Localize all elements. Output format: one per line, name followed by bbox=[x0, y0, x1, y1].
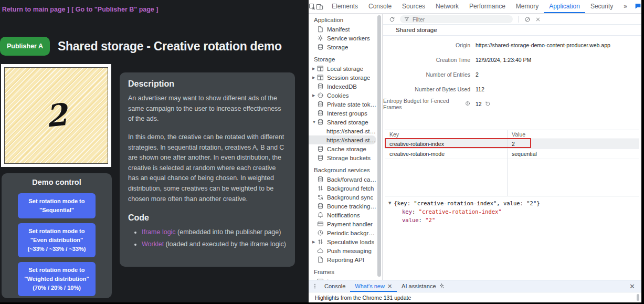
info-icon[interactable] bbox=[465, 101, 470, 107]
tab-network[interactable]: Network bbox=[430, 0, 464, 13]
metadata-value: https://shared-storage-demo-content-prod… bbox=[476, 42, 610, 48]
tab-application[interactable]: Application bbox=[544, 0, 585, 13]
drawer-tab-ai-assistance[interactable]: AI assistance bbox=[397, 280, 449, 292]
sidebar-item-speculative-loads[interactable]: ▶Speculative loads bbox=[309, 237, 376, 246]
tab-performance[interactable]: Performance bbox=[464, 0, 511, 13]
sidebar-item-background-sync[interactable]: Background sync bbox=[309, 193, 376, 202]
sidebar-item-service-workers[interactable]: Service workers bbox=[309, 34, 376, 43]
devtools-tabs: ElementsConsoleSourcesNetworkPerformance… bbox=[326, 0, 632, 13]
nav-link-go-to-publisher-b-page[interactable]: [ Go to "Publisher B" page ] bbox=[71, 6, 158, 13]
tab-sources[interactable]: Sources bbox=[397, 0, 430, 13]
ai-assistance-icon bbox=[439, 283, 445, 290]
tab-security[interactable]: Security bbox=[585, 0, 618, 13]
sidebar-section-background-services: Background services bbox=[309, 166, 376, 175]
cookie-icon bbox=[317, 92, 324, 99]
rotation-mode-button-3[interactable]: Set rotation mode to"Weighted distributi… bbox=[18, 262, 96, 296]
funnel-icon bbox=[404, 16, 409, 23]
tab-elements[interactable]: Elements bbox=[326, 0, 363, 13]
table-icon bbox=[317, 74, 324, 81]
filter-input[interactable] bbox=[411, 16, 498, 23]
cell-key: creative-rotation-mode bbox=[385, 151, 508, 157]
sidebar-item-push-messaging[interactable]: Push messaging bbox=[309, 246, 376, 255]
sidebar-item-private-state-tokens[interactable]: Private state tokens bbox=[309, 100, 376, 109]
sidebar-item-bounce-tracking-miti[interactable]: Bounce tracking miti... bbox=[309, 202, 376, 211]
cell-value: sequential bbox=[508, 151, 537, 157]
drawer-kebab-icon[interactable] bbox=[310, 283, 320, 289]
demo-control-panel: Demo control Set rotation mode to"Sequen… bbox=[2, 173, 112, 298]
tab-[interactable]: » bbox=[618, 0, 632, 13]
drawer-tab-label: Console bbox=[324, 283, 345, 289]
sidebar-item-back-forward-cache[interactable]: Back/forward cache bbox=[309, 175, 376, 184]
demo-buttons: Set rotation mode to"Sequential"Set rota… bbox=[2, 193, 112, 296]
expand-caret-icon[interactable]: ▼ bbox=[388, 201, 391, 205]
database-icon bbox=[317, 44, 324, 50]
drawer-tabs: ConsoleWhat's new✕AI assistance bbox=[320, 280, 449, 292]
document-icon bbox=[317, 256, 324, 263]
metadata-label: Number of Entries bbox=[426, 71, 470, 78]
page-header: Publisher A Shared storage - Creative ro… bbox=[0, 37, 282, 56]
drawer-tab-console[interactable]: Console bbox=[320, 280, 350, 292]
issues-icon bbox=[635, 3, 641, 11]
sidebar-item-background-fetch[interactable]: Background fetch bbox=[309, 184, 376, 193]
sidebar-item-cookies[interactable]: ▶Cookies bbox=[309, 91, 376, 100]
drawer-close-icon[interactable]: ✕ bbox=[629, 282, 635, 290]
sidebar-item-shared-storage[interactable]: ▼Shared storage bbox=[309, 118, 376, 127]
column-header-value[interactable]: Value bbox=[508, 131, 525, 138]
tab-console[interactable]: Console bbox=[363, 0, 397, 13]
sidebar-item-manifest[interactable]: Manifest bbox=[309, 25, 376, 34]
chevron-right-icon: ▶ bbox=[312, 240, 317, 244]
refresh-icon[interactable] bbox=[387, 16, 397, 23]
sidebar-item-session-storage[interactable]: ▶Session storage bbox=[309, 73, 376, 82]
sidebar-item-local-storage[interactable]: ▶Local storage bbox=[309, 64, 376, 73]
sidebar-item-https-shared-storage[interactable]: https://shared-storage... bbox=[309, 127, 376, 135]
sidebar-item-indexeddb[interactable]: IndexedDB bbox=[309, 82, 376, 91]
rotation-mode-button-2[interactable]: Set rotation mode to"Even distribution"(… bbox=[18, 223, 96, 257]
code-item-rest: (loaded and executed by the iframe logic… bbox=[164, 240, 286, 248]
device-toolbar-icon[interactable] bbox=[316, 0, 323, 13]
inspect-element-icon[interactable] bbox=[309, 0, 316, 13]
statusbar-scrollbar-thumb[interactable] bbox=[637, 294, 639, 301]
tab-memory[interactable]: Memory bbox=[511, 0, 544, 13]
database-icon bbox=[317, 203, 324, 209]
rotation-mode-button-1[interactable]: Set rotation mode to"Sequential" bbox=[18, 193, 96, 218]
drawer-tab-what-s-new[interactable]: What's new✕ bbox=[350, 280, 397, 292]
close-tab-icon[interactable]: ✕ bbox=[387, 283, 392, 290]
sidebar-item-payment-handler[interactable]: Payment handler bbox=[309, 219, 376, 228]
delete-icon[interactable] bbox=[533, 16, 543, 23]
column-divider[interactable] bbox=[508, 130, 508, 196]
key-value-table: KeyValuecreative-rotation-index2creative… bbox=[385, 130, 639, 196]
entry-preview: ▼ {key: "creative-rotation-index", value… bbox=[383, 195, 641, 280]
sidebar-section-application: Application bbox=[309, 16, 376, 25]
demo-control-heading: Demo control bbox=[2, 178, 112, 186]
code-link-iframe-logic[interactable]: Iframe logic bbox=[142, 228, 176, 236]
sidebar-scrollbar-thumb[interactable] bbox=[377, 15, 381, 277]
chevron-right-icon: ▶ bbox=[312, 67, 317, 71]
sidebar-item-notifications[interactable]: Notifications bbox=[309, 211, 376, 219]
metadata-value: 12 bbox=[476, 101, 482, 107]
reset-icon[interactable] bbox=[485, 101, 491, 108]
table-row-creative-rotation-mode[interactable]: creative-rotation-modesequential bbox=[385, 149, 639, 159]
sidebar-item-storage-buckets[interactable]: Storage buckets bbox=[309, 153, 376, 162]
cell-key: creative-rotation-index bbox=[385, 141, 508, 147]
table-row-creative-rotation-index[interactable]: creative-rotation-index2 bbox=[385, 139, 639, 149]
chevron-down-icon: ▼ bbox=[312, 120, 317, 124]
creative-number: 2 bbox=[44, 99, 68, 132]
publisher-page: [ Return to main page ][ Go to "Publishe… bbox=[0, 0, 309, 304]
sidebar-item-interest-groups[interactable]: Interest groups bbox=[309, 109, 376, 118]
sidebar-item-periodic-backgroun[interactable]: Periodic backgroun... bbox=[309, 228, 376, 237]
clear-icon[interactable] bbox=[522, 16, 533, 23]
database-icon bbox=[317, 101, 324, 108]
filter-box[interactable] bbox=[400, 15, 513, 23]
page-nav: [ Return to main page ][ Go to "Publishe… bbox=[0, 6, 160, 13]
sidebar-item-cache-storage[interactable]: Cache storage bbox=[309, 144, 376, 153]
sidebar-item-reporting-api[interactable]: Reporting API bbox=[309, 255, 376, 264]
code-link-worklet[interactable]: Worklet bbox=[142, 240, 164, 248]
storage-metadata: Originhttps://shared-storage-demo-conten… bbox=[383, 38, 641, 111]
sidebar-item-https-shared-storage[interactable]: https://shared-storage... bbox=[309, 135, 376, 144]
column-header-key[interactable]: Key bbox=[385, 131, 508, 138]
sidebar-item-storage[interactable]: Storage bbox=[309, 43, 376, 51]
creative-ad[interactable]: 2 bbox=[4, 67, 108, 164]
preview-properties: key: "creative-rotation-index"value: "2" bbox=[388, 208, 641, 223]
panel-toolbar bbox=[383, 14, 641, 25]
nav-link-return-to-main-page[interactable]: [ Return to main page ] bbox=[0, 6, 69, 13]
